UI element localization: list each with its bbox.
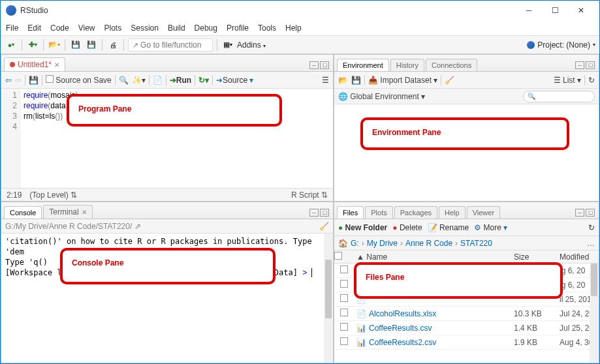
load-workspace-icon[interactable]: 📂 [338, 76, 348, 85]
tab-terminal[interactable]: Terminal ✕ [43, 205, 92, 219]
menu-plots[interactable]: Plots [104, 23, 122, 33]
tab-environment[interactable]: Environment [337, 59, 389, 71]
row-checkbox[interactable] [340, 323, 348, 331]
col-modified[interactable]: Modified [560, 252, 599, 262]
new-project-icon[interactable]: ✚▾ [26, 38, 39, 52]
print-icon[interactable]: 🖨 [106, 38, 119, 52]
goto-file-input[interactable]: ↗ Go to file/function [128, 38, 213, 52]
refresh-env-icon[interactable]: ↻ [588, 76, 595, 85]
row-checkbox[interactable] [340, 280, 348, 288]
env-search-input[interactable] [523, 91, 595, 102]
run-button[interactable]: ➔Run [170, 76, 191, 85]
file-row[interactable]: 📊CoffeeResults.csv 1.4 KBJul 25, 201 [334, 321, 599, 335]
source-tab-untitled[interactable]: Untitled1* ✕ [4, 57, 65, 71]
pane-maximize-icon[interactable]: ☐ [320, 209, 329, 217]
addins-dropdown[interactable]: Addins ▾ [237, 40, 266, 50]
clear-console-icon[interactable]: 🧹 [319, 222, 329, 231]
maximize-button[interactable]: ☐ [542, 1, 568, 20]
clear-workspace-icon[interactable]: 🧹 [445, 76, 454, 85]
rename-button[interactable]: 📝 Rename [428, 223, 469, 232]
scope-selector[interactable]: (Top Level) ⇅ [29, 190, 77, 200]
home-icon[interactable]: 🏠 [338, 239, 348, 248]
save-workspace-icon[interactable]: 💾 [351, 76, 361, 85]
console-tabstrip: Console Terminal ✕ ─ ☐ [1, 202, 333, 219]
more-path-icon[interactable]: … [587, 239, 595, 248]
pane-minimize-icon[interactable]: ─ [309, 209, 319, 217]
list-mode-toggle[interactable]: ☰ List ▾ [554, 76, 581, 85]
menu-edit[interactable]: Edit [27, 23, 41, 33]
menu-help[interactable]: Help [285, 23, 302, 33]
source-button[interactable]: ➔Source ▾ [216, 76, 253, 85]
crumb-drive[interactable]: G: [351, 239, 359, 248]
menu-tools[interactable]: Tools [258, 23, 276, 33]
close-button[interactable]: ✕ [568, 1, 594, 20]
back-icon[interactable]: ⇦ [5, 76, 12, 85]
minimize-button[interactable]: ─ [516, 1, 542, 20]
tab-plots[interactable]: Plots [365, 206, 392, 219]
wand-icon[interactable]: ✨▾ [132, 76, 146, 85]
grid-icon[interactable]: ▦▾ [221, 38, 234, 52]
crumb-stat220[interactable]: STAT220 [460, 239, 492, 248]
row-checkbox[interactable] [340, 294, 348, 302]
file-row[interactable]: 📊CoffeeResults2.csv 1.9 KBAug 4, 30 [334, 335, 599, 350]
files-scrollbar[interactable] [590, 264, 599, 363]
source-on-save-checkbox[interactable]: Source on Save [46, 75, 112, 85]
outline-icon[interactable]: ☰ [322, 76, 329, 85]
tab-files[interactable]: Files [337, 206, 364, 219]
col-name[interactable]: ▲ Name [354, 252, 514, 262]
csv-icon: 📊 [356, 324, 366, 333]
menu-session[interactable]: Session [131, 23, 159, 33]
tab-history[interactable]: History [390, 59, 424, 71]
col-size[interactable]: Size [514, 252, 560, 262]
env-body: Environment Pane [334, 104, 599, 201]
forward-icon[interactable]: ⇨ [15, 76, 22, 85]
rerun-icon[interactable]: ↻▾ [198, 76, 209, 85]
pane-maximize-icon[interactable]: ☐ [320, 61, 329, 69]
row-checkbox[interactable] [340, 309, 348, 316]
find-icon[interactable]: 🔍 [119, 76, 129, 85]
file-type[interactable]: R Script ⇅ [291, 190, 328, 200]
close-tab-icon[interactable]: ✕ [82, 209, 87, 216]
tab-packages[interactable]: Packages [394, 206, 437, 219]
global-env-selector[interactable]: 🌐 Global Environment ▾ [338, 92, 425, 101]
crumb-anne[interactable]: Anne R Code [405, 239, 452, 248]
tab-help[interactable]: Help [439, 206, 466, 219]
browse-dir-icon[interactable]: ⇗ [134, 222, 141, 231]
project-selector[interactable]: Project: (None) ▾ [527, 40, 595, 50]
pane-maximize-icon[interactable]: ☐ [586, 61, 595, 69]
new-file-icon[interactable]: ●▾ [5, 38, 18, 52]
delete-button[interactable]: ● Delete [392, 223, 422, 232]
close-tab-icon[interactable]: ✕ [54, 61, 59, 68]
file-row[interactable]: 📄AlcoholResults.xlsx 10.3 KBJul 24, 201 [334, 307, 599, 321]
save-icon[interactable]: 💾 [69, 38, 82, 52]
row-checkbox[interactable] [340, 265, 348, 273]
xlsx-icon: 📄 [356, 309, 366, 318]
tab-connections[interactable]: Connections [426, 59, 477, 71]
menu-file[interactable]: File [6, 23, 18, 33]
pane-maximize-icon[interactable]: ☐ [586, 209, 595, 217]
menu-build[interactable]: Build [168, 23, 185, 33]
more-button[interactable]: ⚙ More ▾ [474, 223, 507, 232]
menu-debug[interactable]: Debug [195, 23, 217, 33]
tab-console[interactable]: Console [4, 206, 42, 219]
rstudio-logo-icon [6, 5, 16, 16]
new-folder-button[interactable]: ● New Folder [338, 223, 387, 232]
row-checkbox[interactable] [340, 337, 348, 345]
select-all-checkbox[interactable] [334, 252, 342, 260]
menu-view[interactable]: View [78, 23, 95, 33]
menu-profile[interactable]: Profile [227, 23, 249, 33]
save-source-icon[interactable]: 💾 [29, 76, 39, 85]
open-file-icon[interactable]: 📂▾ [48, 38, 61, 52]
pane-minimize-icon[interactable]: ─ [575, 209, 584, 217]
refresh-files-icon[interactable]: ↻ [588, 223, 595, 232]
menu-code[interactable]: Code [50, 23, 69, 33]
pane-minimize-icon[interactable]: ─ [309, 61, 319, 69]
save-all-icon[interactable]: 💾 [85, 38, 98, 52]
pane-minimize-icon[interactable]: ─ [575, 61, 584, 69]
tab-viewer[interactable]: Viewer [467, 206, 500, 219]
env-tabstrip: Environment History Connections ─ ☐ [334, 55, 599, 72]
import-dataset-button[interactable]: 📥 Import Dataset ▾ [368, 76, 437, 85]
notebook-icon[interactable]: 📄 [153, 76, 163, 85]
crumb-mydrive[interactable]: My Drive [367, 239, 398, 248]
console-scrollbar[interactable] [324, 234, 333, 363]
